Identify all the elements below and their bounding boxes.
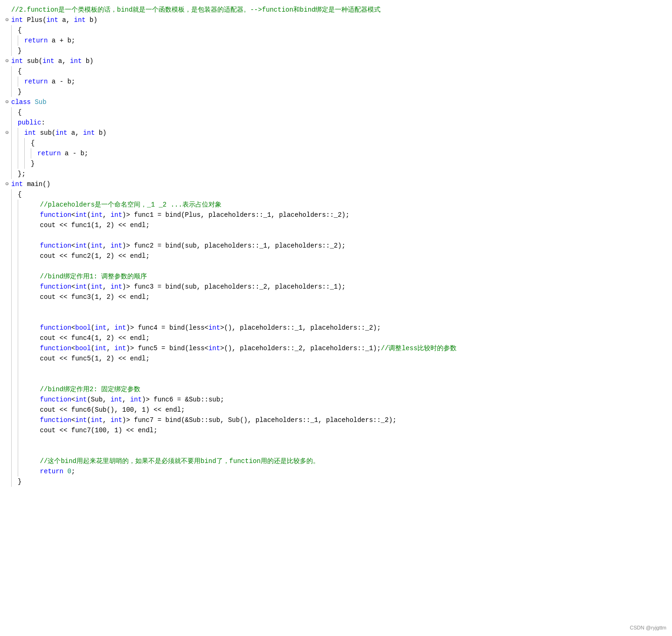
fold-6[interactable]: ⊝ xyxy=(4,56,10,66)
code-line-34: function<bool(int, int)> func5 = bind(le… xyxy=(0,343,672,353)
code-line-13: ⊝ int sub(int a, int b) xyxy=(0,128,672,138)
code-line-29: cout << func3(1, 2) << endl; xyxy=(0,292,672,302)
vline-e8b xyxy=(18,446,23,456)
fold-18[interactable]: ⊝ xyxy=(4,179,10,189)
code-line-41: function<int(int, int)> func7 = bind(&Su… xyxy=(0,415,672,425)
vline-41b xyxy=(18,415,23,425)
fold-47 xyxy=(4,477,10,487)
fold-12 xyxy=(4,118,10,128)
fold-13[interactable]: ⊝ xyxy=(4,128,10,138)
fold-27 xyxy=(4,271,10,282)
line-11-content: { xyxy=(18,107,21,118)
line-22-content: cout << func1(1, 2) << endl; xyxy=(24,220,150,230)
vline-e1 xyxy=(11,230,17,241)
fold-38 xyxy=(4,384,10,394)
line-25-content: cout << func2(1, 2) << endl; xyxy=(24,251,150,261)
vline-46a xyxy=(11,466,17,477)
fold-1[interactable] xyxy=(4,5,10,15)
vline-11 xyxy=(11,107,17,118)
fold-46 xyxy=(4,466,10,477)
vline-27b xyxy=(18,271,23,282)
fold-8 xyxy=(4,76,10,87)
code-line-19: { xyxy=(0,189,672,200)
fold-28 xyxy=(4,282,10,292)
fold-11 xyxy=(4,107,10,118)
fold-15 xyxy=(4,148,10,159)
vline-e8a xyxy=(11,446,17,456)
vline-41a xyxy=(11,415,17,425)
line-e6-content xyxy=(24,374,28,384)
line-9-content: } xyxy=(18,87,21,97)
vline-4a xyxy=(11,35,17,46)
line-10-content: class Sub xyxy=(11,97,47,107)
vline-24a xyxy=(11,241,17,251)
code-line-42: cout << func7(100, 1) << endl; xyxy=(0,425,672,436)
vline-e4b xyxy=(18,312,23,323)
fold-e2 xyxy=(4,261,10,271)
fold-e8 xyxy=(4,446,10,456)
fold-2[interactable]: ⊝ xyxy=(4,15,10,25)
vline-21b xyxy=(18,210,23,220)
fold-39 xyxy=(4,394,10,405)
code-line-39: function<int(Sub, int, int)> func6 = &Su… xyxy=(0,394,672,405)
fold-32 xyxy=(4,323,10,333)
code-line-47: } xyxy=(0,477,672,487)
code-line-empty5 xyxy=(0,364,672,374)
code-line-empty2 xyxy=(0,261,672,271)
vline-25b xyxy=(18,251,23,261)
vline-e2a xyxy=(11,261,17,271)
fold-10[interactable]: ⊝ xyxy=(4,97,10,107)
fold-22 xyxy=(4,220,10,230)
vline-39b xyxy=(18,394,23,405)
line-e3-content xyxy=(24,302,28,312)
code-line-22: cout << func1(1, 2) << endl; xyxy=(0,220,672,230)
vline-17 xyxy=(11,169,17,179)
code-line-15: return a - b; xyxy=(0,148,672,159)
vline-5 xyxy=(11,46,17,56)
line-e7-content xyxy=(24,436,28,446)
vline-8b xyxy=(18,76,23,87)
line-47-content: } xyxy=(18,477,21,487)
line-39-content: function<int(Sub, int, int)> func6 = &Su… xyxy=(24,394,224,405)
line-45-content: //这个bind用起来花里胡哨的，如果不是必须就不要用bind了，functio… xyxy=(24,456,319,466)
vline-32a xyxy=(11,323,17,333)
line-e1-content xyxy=(24,230,28,241)
fold-25 xyxy=(4,251,10,261)
code-line-28: function<int(int, int)> func3 = bind(sub… xyxy=(0,282,672,292)
code-line-3: { xyxy=(0,25,672,35)
line-21-content: function<int(int, int)> func1 = bind(Plu… xyxy=(24,210,349,220)
line-35-content: cout << func5(1, 2) << endl; xyxy=(24,353,150,364)
fold-e7 xyxy=(4,436,10,446)
vline-24b xyxy=(18,241,23,251)
vline-42a xyxy=(11,425,17,436)
vline-33b xyxy=(18,333,23,343)
code-line-45: //这个bind用起来花里胡哨的，如果不是必须就不要用bind了，functio… xyxy=(0,456,672,466)
line-32-content: function<bool(int, int)> func4 = bind(le… xyxy=(24,323,381,333)
code-line-9: } xyxy=(0,87,672,97)
vline-16c xyxy=(24,159,30,169)
vline-32b xyxy=(18,323,23,333)
fold-e4 xyxy=(4,312,10,323)
code-line-38: //bind绑定作用2: 固定绑定参数 xyxy=(0,384,672,394)
vline-47 xyxy=(11,477,17,487)
code-line-12: public: xyxy=(0,118,672,128)
fold-17 xyxy=(4,169,10,179)
vline-8a xyxy=(11,76,17,87)
fold-40 xyxy=(4,405,10,415)
code-line-18: ⊝ int main() xyxy=(0,179,672,189)
vline-15a xyxy=(11,148,17,159)
vline-e7b xyxy=(18,436,23,446)
code-line-16: } xyxy=(0,159,672,169)
fold-5 xyxy=(4,46,10,56)
vline-e1b xyxy=(18,230,23,241)
code-line-11: { xyxy=(0,107,672,118)
vline-7 xyxy=(11,66,17,76)
fold-34 xyxy=(4,343,10,353)
vline-e5b xyxy=(18,364,23,374)
fold-35 xyxy=(4,353,10,364)
line-1-content: //2.function是一个类模板的话，bind就是一个函数模板，是包装器的适… xyxy=(11,5,381,15)
line-12-content: public: xyxy=(18,118,45,128)
vline-19 xyxy=(11,189,17,200)
line-16-content: } xyxy=(31,159,35,169)
line-e2-content xyxy=(24,261,28,271)
